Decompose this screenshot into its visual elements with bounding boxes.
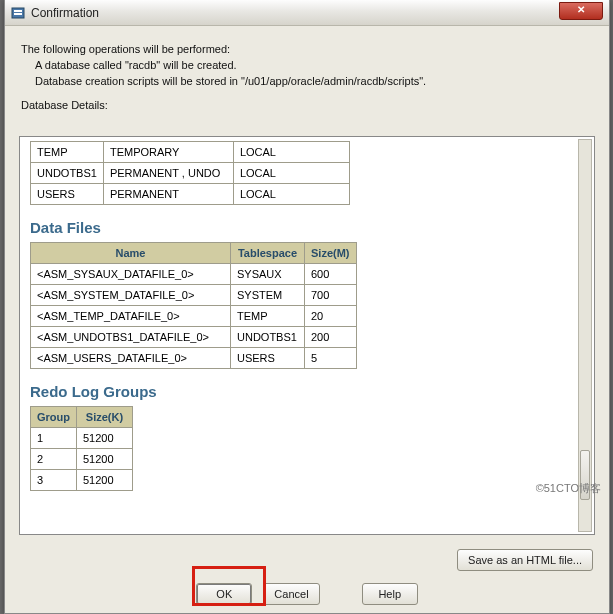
cell-group: 3 xyxy=(31,470,77,491)
intro-line1: The following operations will be perform… xyxy=(21,43,230,55)
details-scroll-area: TEMP TEMPORARY LOCAL UNDOTBS1 PERMANENT … xyxy=(30,141,574,530)
cell-extent: LOCAL xyxy=(233,142,349,163)
table-row: 2 51200 xyxy=(31,449,133,470)
redo-log-heading: Redo Log Groups xyxy=(30,383,574,400)
cell-extent: LOCAL xyxy=(233,184,349,205)
scrollbar-thumb[interactable] xyxy=(580,450,590,500)
cell-type: PERMANENT , UNDO xyxy=(103,163,233,184)
confirmation-dialog: Confirmation ✕ The following operations … xyxy=(4,0,610,614)
intro-line2: A database called "racdb" will be create… xyxy=(21,58,593,74)
cell-type: TEMPORARY xyxy=(103,142,233,163)
cell-tablespace: USERS xyxy=(231,348,305,369)
table-row: <ASM_TEMP_DATAFILE_0> TEMP 20 xyxy=(31,306,357,327)
cell-filename: <ASM_SYSTEM_DATAFILE_0> xyxy=(31,285,231,306)
cell-type: PERMANENT xyxy=(103,184,233,205)
cell-tablespace: SYSAUX xyxy=(231,264,305,285)
cell-size: 700 xyxy=(305,285,357,306)
col-size: Size(M) xyxy=(305,243,357,264)
intro-text: The following operations will be perform… xyxy=(21,42,593,114)
table-row: 3 51200 xyxy=(31,470,133,491)
cell-group: 2 xyxy=(31,449,77,470)
table-row: USERS PERMANENT LOCAL xyxy=(31,184,350,205)
details-heading: Database Details: xyxy=(21,98,593,114)
dialog-footer: Save as an HTML file... OK Cancel Help xyxy=(5,543,609,613)
cell-name: UNDOTBS1 xyxy=(31,163,104,184)
details-pane: TEMP TEMPORARY LOCAL UNDOTBS1 PERMANENT … xyxy=(19,136,595,535)
cell-extent: LOCAL xyxy=(233,163,349,184)
table-header-row: Name Tablespace Size(M) xyxy=(31,243,357,264)
cell-sizek: 51200 xyxy=(77,449,133,470)
col-tablespace: Tablespace xyxy=(231,243,305,264)
help-button[interactable]: Help xyxy=(362,583,418,605)
table-row: <ASM_SYSTEM_DATAFILE_0> SYSTEM 700 xyxy=(31,285,357,306)
cell-size: 20 xyxy=(305,306,357,327)
save-html-button[interactable]: Save as an HTML file... xyxy=(457,549,593,571)
window-title: Confirmation xyxy=(31,6,99,20)
table-row: <ASM_USERS_DATAFILE_0> USERS 5 xyxy=(31,348,357,369)
table-row: TEMP TEMPORARY LOCAL xyxy=(31,142,350,163)
cell-filename: <ASM_USERS_DATAFILE_0> xyxy=(31,348,231,369)
cell-group: 1 xyxy=(31,428,77,449)
cell-size: 200 xyxy=(305,327,357,348)
cell-size: 5 xyxy=(305,348,357,369)
close-button[interactable]: ✕ xyxy=(559,2,603,20)
ok-button[interactable]: OK xyxy=(196,583,252,605)
cell-tablespace: SYSTEM xyxy=(231,285,305,306)
col-group: Group xyxy=(31,407,77,428)
data-files-heading: Data Files xyxy=(30,219,574,236)
data-files-table: Name Tablespace Size(M) <ASM_SYSAUX_DATA… xyxy=(30,242,357,369)
svg-rect-2 xyxy=(14,13,22,15)
table-row: UNDOTBS1 PERMANENT , UNDO LOCAL xyxy=(31,163,350,184)
col-sizek: Size(K) xyxy=(77,407,133,428)
svg-rect-1 xyxy=(14,10,22,12)
cell-size: 600 xyxy=(305,264,357,285)
intro-line3: Database creation scripts will be stored… xyxy=(21,74,593,90)
tablespace-table: TEMP TEMPORARY LOCAL UNDOTBS1 PERMANENT … xyxy=(30,141,350,205)
cell-filename: <ASM_SYSAUX_DATAFILE_0> xyxy=(31,264,231,285)
app-icon xyxy=(11,6,25,20)
titlebar: Confirmation ✕ xyxy=(5,0,609,26)
vertical-scrollbar[interactable] xyxy=(578,139,592,532)
table-row: <ASM_SYSAUX_DATAFILE_0> SYSAUX 600 xyxy=(31,264,357,285)
cell-sizek: 51200 xyxy=(77,470,133,491)
cancel-button[interactable]: Cancel xyxy=(263,583,319,605)
table-header-row: Group Size(K) xyxy=(31,407,133,428)
cell-name: TEMP xyxy=(31,142,104,163)
cell-tablespace: TEMP xyxy=(231,306,305,327)
cell-filename: <ASM_UNDOTBS1_DATAFILE_0> xyxy=(31,327,231,348)
col-name: Name xyxy=(31,243,231,264)
table-row: 1 51200 xyxy=(31,428,133,449)
cell-name: USERS xyxy=(31,184,104,205)
redo-log-table: Group Size(K) 1 51200 2 51200 3 51200 xyxy=(30,406,133,491)
cell-tablespace: UNDOTBS1 xyxy=(231,327,305,348)
cell-filename: <ASM_TEMP_DATAFILE_0> xyxy=(31,306,231,327)
close-icon: ✕ xyxy=(577,4,585,15)
table-row: <ASM_UNDOTBS1_DATAFILE_0> UNDOTBS1 200 xyxy=(31,327,357,348)
cell-sizek: 51200 xyxy=(77,428,133,449)
